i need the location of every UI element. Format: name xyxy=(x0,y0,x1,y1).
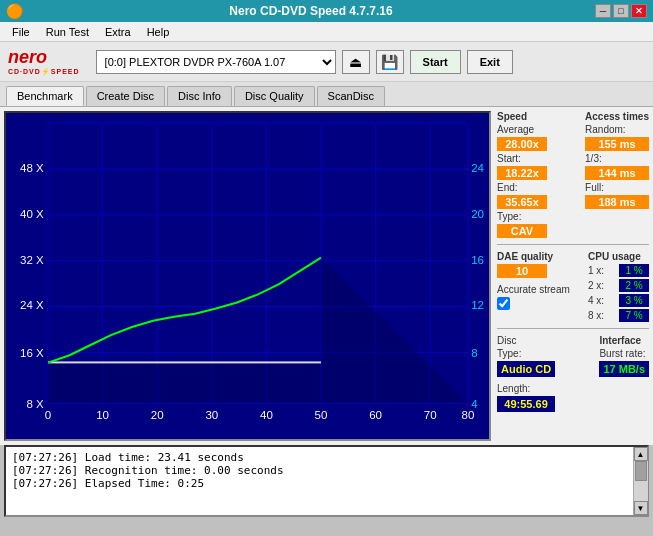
window-controls: ─ □ ✕ xyxy=(595,4,647,18)
tab-disc-info[interactable]: Disc Info xyxy=(167,86,232,106)
app-icon: 🟠 xyxy=(6,3,23,19)
svg-text:24 X: 24 X xyxy=(20,299,44,311)
save-button[interactable]: 💾 xyxy=(376,50,404,74)
disc-length-value: 49:55.69 xyxy=(497,396,555,412)
accurate-label: Accurate stream xyxy=(497,284,570,295)
svg-text:0: 0 xyxy=(45,409,51,421)
divider-1 xyxy=(497,244,649,245)
cpu-2x-label: 2 x: xyxy=(588,280,613,291)
burst-value: 17 MB/s xyxy=(599,361,649,377)
svg-text:20: 20 xyxy=(151,409,164,421)
accurate-checkbox[interactable] xyxy=(497,297,510,310)
log-content: [07:27:26] Load time: 23.41 seconds [07:… xyxy=(6,447,647,494)
interface-stats: Interface Burst rate: 17 MB/s xyxy=(599,335,649,412)
menu-runtest[interactable]: Run Test xyxy=(38,24,97,40)
exit-button[interactable]: Exit xyxy=(467,50,513,74)
eject-button[interactable]: ⏏ xyxy=(342,50,370,74)
toolbar: nero CD·DVD⚡SPEED [0:0] PLEXTOR DVDR PX-… xyxy=(0,42,653,82)
cpu-row-2: 2 x: 2 % xyxy=(588,279,649,292)
end-value: 35.65x xyxy=(497,195,547,209)
chart-svg: 8 X 16 X 24 X 32 X 40 X 48 X 4 8 12 16 2… xyxy=(6,113,489,439)
logo-cdspeed: CD·DVD⚡SPEED xyxy=(8,68,80,76)
tab-bar: Benchmark Create Disc Disc Info Disc Qua… xyxy=(0,82,653,107)
maximize-button[interactable]: □ xyxy=(613,4,629,18)
scroll-down-button[interactable]: ▼ xyxy=(634,501,648,515)
tab-scandisc[interactable]: ScanDisc xyxy=(317,86,385,106)
svg-text:50: 50 xyxy=(315,409,328,421)
svg-text:40: 40 xyxy=(260,409,273,421)
cpu-row-4: 8 x: 7 % xyxy=(588,309,649,322)
svg-text:60: 60 xyxy=(369,409,382,421)
cpu-1x-label: 1 x: xyxy=(588,265,613,276)
onethird-label: 1/3: xyxy=(585,153,649,164)
start-button[interactable]: Start xyxy=(410,50,461,74)
titlebar: 🟠 Nero CD-DVD Speed 4.7.7.16 ─ □ ✕ xyxy=(0,0,653,22)
average-label: Average xyxy=(497,124,547,135)
cpu-stats: CPU usage 1 x: 1 % 2 x: 2 % 4 x: 3 % 8 x… xyxy=(588,251,649,322)
end-label: End: xyxy=(497,182,547,193)
disc-stats: Disc Type: Audio CD Length: 49:55.69 xyxy=(497,335,555,412)
svg-text:16: 16 xyxy=(471,254,484,266)
svg-text:20: 20 xyxy=(471,208,484,220)
access-title: Access times xyxy=(585,111,649,122)
minimize-button[interactable]: ─ xyxy=(595,4,611,18)
tab-benchmark[interactable]: Benchmark xyxy=(6,86,84,106)
menu-help[interactable]: Help xyxy=(139,24,178,40)
menu-extra[interactable]: Extra xyxy=(97,24,139,40)
svg-text:70: 70 xyxy=(424,409,437,421)
speed-title: Speed xyxy=(497,111,547,122)
disc-type-sublabel: Type: xyxy=(497,348,555,359)
type-value: CAV xyxy=(497,224,547,238)
cpu-title: CPU usage xyxy=(588,251,649,262)
disc-type-label: Disc xyxy=(497,335,555,346)
log-line-1: [07:27:26] Load time: 23.41 seconds xyxy=(12,451,641,464)
logo: nero CD·DVD⚡SPEED xyxy=(8,47,80,76)
svg-text:12: 12 xyxy=(471,299,484,311)
svg-text:8: 8 xyxy=(471,348,477,360)
app-title: Nero CD-DVD Speed 4.7.7.16 xyxy=(27,4,595,18)
close-button[interactable]: ✕ xyxy=(631,4,647,18)
cpu-2x-value: 2 % xyxy=(619,279,649,292)
menubar: File Run Test Extra Help xyxy=(0,22,653,42)
svg-text:40 X: 40 X xyxy=(20,208,44,220)
menu-file[interactable]: File xyxy=(4,24,38,40)
stats-panel: Speed Average 28.00x Start: 18.22x End: … xyxy=(495,107,653,445)
svg-text:10: 10 xyxy=(96,409,109,421)
type-label: Type: xyxy=(497,211,547,222)
disc-length-label: Length: xyxy=(497,383,555,394)
cpu-1x-value: 1 % xyxy=(619,264,649,277)
speed-stats: Speed Average 28.00x Start: 18.22x End: … xyxy=(497,111,547,238)
cpu-4x-label: 4 x: xyxy=(588,295,613,306)
cpu-row-3: 4 x: 3 % xyxy=(588,294,649,307)
accurate-checkbox-area xyxy=(497,297,570,310)
full-value: 188 ms xyxy=(585,195,649,209)
svg-text:48 X: 48 X xyxy=(20,162,44,174)
cpu-8x-label: 8 x: xyxy=(588,310,613,321)
cpu-8x-value: 7 % xyxy=(619,309,649,322)
scroll-up-button[interactable]: ▲ xyxy=(634,447,648,461)
burst-label: Burst rate: xyxy=(599,348,649,359)
full-label: Full: xyxy=(585,182,649,193)
scroll-thumb[interactable] xyxy=(635,461,647,481)
onethird-value: 144 ms xyxy=(585,166,649,180)
logo-nero: nero xyxy=(8,47,47,68)
log-scrollbar: ▲ ▼ xyxy=(633,447,647,515)
tab-create-disc[interactable]: Create Disc xyxy=(86,86,165,106)
access-stats: Access times Random: 155 ms 1/3: 144 ms … xyxy=(585,111,649,238)
random-label: Random: xyxy=(585,124,649,135)
start-label: Start: xyxy=(497,153,547,164)
svg-text:16 X: 16 X xyxy=(20,348,44,360)
main-content: 8 X 16 X 24 X 32 X 40 X 48 X 4 8 12 16 2… xyxy=(0,107,653,445)
dae-value: 10 xyxy=(497,264,547,278)
log-area: [07:27:26] Load time: 23.41 seconds [07:… xyxy=(4,445,649,517)
cpu-4x-value: 3 % xyxy=(619,294,649,307)
average-value: 28.00x xyxy=(497,137,547,151)
tab-disc-quality[interactable]: Disc Quality xyxy=(234,86,315,106)
svg-text:24: 24 xyxy=(471,162,484,174)
dae-stats: DAE quality 10 Accurate stream xyxy=(497,251,570,322)
log-line-2: [07:27:26] Recognition time: 0.00 second… xyxy=(12,464,641,477)
random-value: 155 ms xyxy=(585,137,649,151)
benchmark-chart: 8 X 16 X 24 X 32 X 40 X 48 X 4 8 12 16 2… xyxy=(4,111,491,441)
drive-selector[interactable]: [0:0] PLEXTOR DVDR PX-760A 1.07 xyxy=(96,50,336,74)
svg-text:8 X: 8 X xyxy=(26,399,44,411)
